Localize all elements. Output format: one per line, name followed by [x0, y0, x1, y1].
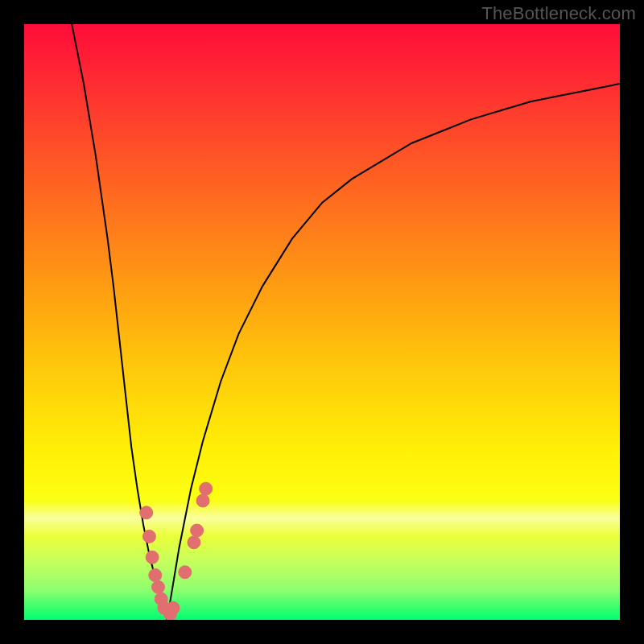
marker-dot — [200, 482, 213, 495]
curve-layer — [24, 24, 620, 620]
marker-dot — [196, 494, 209, 507]
watermark-text: TheBottleneck.com — [481, 3, 636, 24]
marker-dot — [191, 524, 204, 537]
marker-dot — [146, 551, 159, 564]
marker-cluster — [140, 482, 213, 620]
left-branch-path — [72, 24, 167, 620]
marker-dot — [142, 530, 155, 543]
marker-dot — [188, 536, 200, 549]
right-branch-path — [167, 84, 620, 620]
marker-dot — [152, 580, 165, 593]
marker-dot — [167, 601, 180, 614]
plot-area — [24, 24, 620, 620]
marker-dot — [140, 506, 153, 519]
marker-dot — [179, 566, 192, 579]
outer-frame: TheBottleneck.com — [0, 0, 644, 644]
marker-dot — [149, 569, 162, 582]
